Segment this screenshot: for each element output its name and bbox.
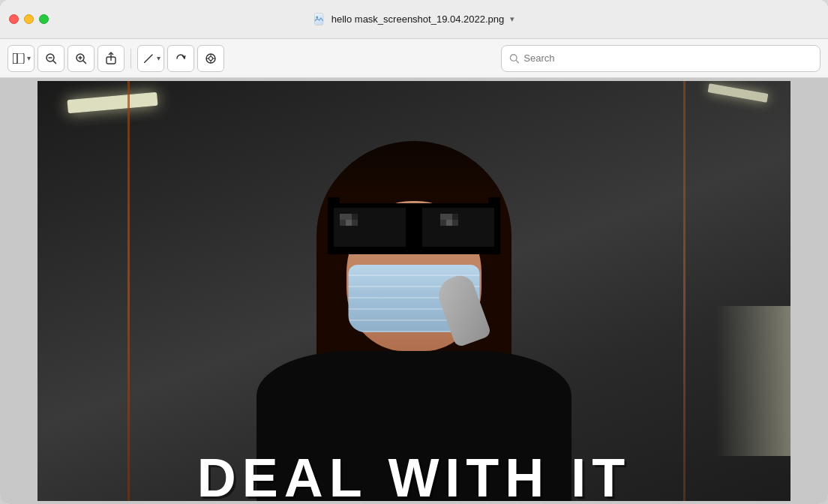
svg-rect-34 xyxy=(346,220,352,226)
rotate-icon xyxy=(175,52,187,64)
svg-rect-35 xyxy=(352,220,358,226)
svg-point-19 xyxy=(209,56,213,60)
svg-rect-36 xyxy=(440,214,446,220)
annotate-icon xyxy=(142,52,154,64)
svg-line-25 xyxy=(516,60,518,62)
zoom-in-button[interactable] xyxy=(68,45,94,72)
svg-rect-28 xyxy=(422,208,494,247)
zoom-in-icon xyxy=(75,52,87,64)
svg-rect-41 xyxy=(452,220,458,226)
toolbar-separator-1 xyxy=(130,49,131,68)
svg-rect-29 xyxy=(406,218,422,233)
close-button[interactable] xyxy=(9,14,19,24)
share-icon xyxy=(105,52,117,65)
svg-line-8 xyxy=(53,61,56,64)
svg-rect-37 xyxy=(446,214,452,220)
svg-rect-32 xyxy=(352,214,358,220)
maximize-button[interactable] xyxy=(39,14,49,24)
svg-rect-33 xyxy=(340,220,346,226)
svg-point-2 xyxy=(316,16,318,18)
svg-rect-44 xyxy=(494,197,500,203)
file-icon xyxy=(314,13,327,26)
zoom-out-icon xyxy=(45,52,57,64)
svg-line-12 xyxy=(83,61,86,64)
image-display: DEAL WITH IT xyxy=(38,81,790,501)
markup-button[interactable] xyxy=(197,45,224,72)
svg-rect-45 xyxy=(488,197,494,203)
sidebar-toggle-button[interactable]: ▾ xyxy=(8,45,34,72)
traffic-lights xyxy=(9,14,49,24)
svg-line-15 xyxy=(145,55,152,62)
svg-rect-3 xyxy=(13,53,17,64)
svg-rect-38 xyxy=(452,214,458,220)
annotate-button[interactable]: ▾ xyxy=(137,45,164,72)
rotate-button[interactable] xyxy=(167,45,194,72)
search-box[interactable] xyxy=(501,45,820,72)
svg-rect-40 xyxy=(446,220,452,226)
svg-rect-30 xyxy=(340,214,346,220)
sidebar-icon xyxy=(13,53,25,64)
title-chevron-icon[interactable]: ▾ xyxy=(510,14,514,24)
minimize-button[interactable] xyxy=(24,14,34,24)
svg-rect-43 xyxy=(334,197,340,203)
annotate-chevron-icon: ▾ xyxy=(157,54,160,62)
svg-rect-27 xyxy=(334,208,406,247)
search-icon xyxy=(509,53,519,64)
svg-rect-39 xyxy=(440,220,446,226)
window-title: hello mask_screenshot_19.04.2022.png xyxy=(332,14,505,25)
zoom-out-button[interactable] xyxy=(38,45,64,72)
share-button[interactable] xyxy=(98,45,124,72)
pipe-2 xyxy=(683,81,686,501)
svg-line-16 xyxy=(144,62,145,63)
toolbar: ▾ xyxy=(0,39,828,78)
pipe-1 xyxy=(128,81,130,501)
pixel-sunglasses xyxy=(328,197,500,261)
content-area: DEAL WITH IT xyxy=(0,78,828,504)
titlebar: hello mask_screenshot_19.04.2022.png ▾ xyxy=(0,0,828,39)
app-window: hello mask_screenshot_19.04.2022.png ▾ ▾ xyxy=(0,0,828,504)
svg-rect-42 xyxy=(328,197,334,203)
deal-with-it-text: DEAL WITH IT xyxy=(38,447,790,501)
search-input[interactable] xyxy=(524,52,812,64)
titlebar-center: hello mask_screenshot_19.04.2022.png ▾ xyxy=(314,13,515,26)
sidebar-chevron-icon: ▾ xyxy=(27,54,31,62)
window-light xyxy=(716,306,790,456)
markup-icon xyxy=(205,52,217,64)
svg-rect-4 xyxy=(13,53,24,64)
svg-rect-31 xyxy=(346,214,352,220)
